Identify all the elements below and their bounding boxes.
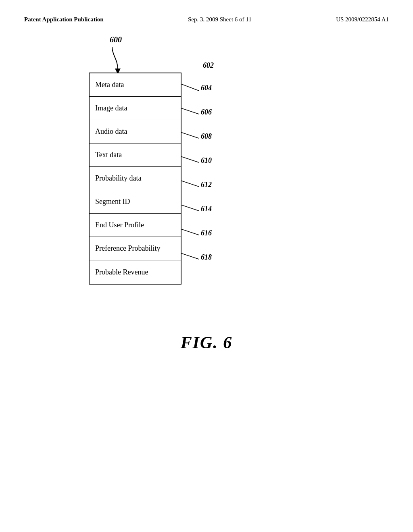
diagram-main: 602	[89, 73, 181, 285]
svg-line-2	[181, 108, 199, 114]
figure-label: FIG. 6	[24, 333, 389, 352]
ref-614: 614	[201, 205, 212, 213]
ref-604: 604	[201, 84, 212, 92]
ref-612: 612	[201, 181, 212, 189]
box-label-probability-data: Probability data	[95, 174, 141, 183]
ref-616: 616	[201, 229, 212, 237]
box-label-meta-data: Meta data	[95, 81, 124, 89]
arrow-600	[109, 45, 121, 69]
data-boxes-column: Meta data Image data Audio data Text dat…	[89, 73, 181, 285]
svg-line-8	[181, 253, 199, 259]
svg-line-5	[181, 181, 199, 187]
box-label-image-data: Image data	[95, 104, 127, 112]
ref-606: 606	[201, 108, 212, 116]
ref-608: 608	[201, 132, 212, 141]
ref-600-container: 600	[109, 35, 122, 69]
header-patent-number: US 2009/0222854 A1	[336, 16, 389, 23]
box-segment-id: Segment ID	[90, 190, 181, 214]
header-publication-label: Patent Application Publication	[24, 16, 104, 23]
svg-line-4	[181, 156, 199, 162]
page: Patent Application Publication Sep. 3, 2…	[0, 0, 413, 532]
box-preference-probability: Preference Probability	[90, 237, 181, 260]
box-probability-data: Probability data	[90, 167, 181, 190]
box-audio-data: Audio data	[90, 120, 181, 143]
diagram-area: 600 602	[89, 35, 389, 285]
box-meta-data: Meta data	[90, 73, 181, 97]
box-label-preference-probability: Preference Probability	[95, 244, 160, 253]
ref-600-label: 600	[110, 35, 122, 44]
box-text-data: Text data	[90, 143, 181, 167]
header: Patent Application Publication Sep. 3, 2…	[24, 16, 389, 23]
ref-610: 610	[201, 156, 212, 165]
box-label-text-data: Text data	[95, 151, 122, 159]
box-probable-revenue: Probable Revenue	[90, 260, 181, 284]
box-label-audio-data: Audio data	[95, 127, 127, 136]
svg-line-6	[181, 205, 199, 211]
svg-line-7	[181, 229, 199, 235]
box-end-user-profile: End User Profile	[90, 214, 181, 237]
svg-line-3	[181, 132, 199, 138]
box-label-end-user-profile: End User Profile	[95, 221, 144, 229]
header-date-sheet: Sep. 3, 2009 Sheet 6 of 11	[188, 16, 252, 23]
ref-618: 618	[201, 253, 212, 262]
box-label-segment-id: Segment ID	[95, 197, 130, 206]
box-image-data: Image data	[90, 97, 181, 120]
svg-line-1	[181, 84, 199, 91]
ref-602-label: 602	[203, 61, 214, 70]
box-label-probable-revenue: Probable Revenue	[95, 268, 148, 276]
